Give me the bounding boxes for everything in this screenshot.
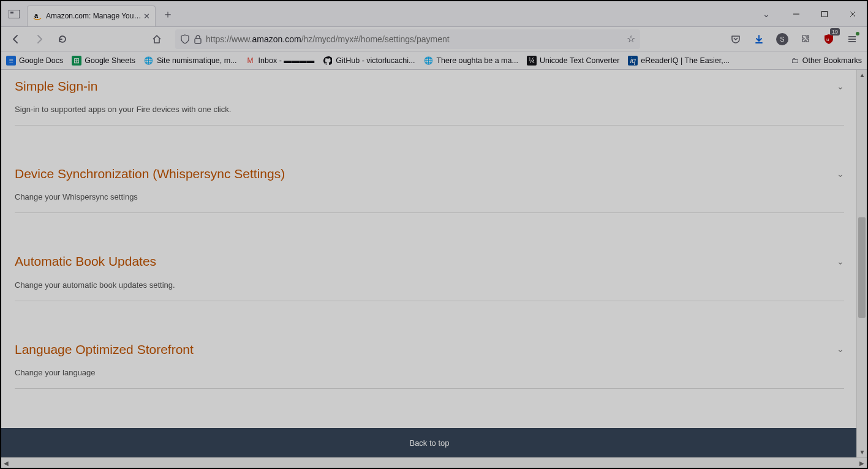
- reload-button[interactable]: [53, 29, 72, 49]
- titlebar: a Amazon.com: Manage Your Co ✕ ＋ ⌄: [1, 1, 867, 27]
- bookmark-google-docs[interactable]: ≡Google Docs: [6, 56, 63, 66]
- section-title: Device Synchronization (Whispersync Sett…: [15, 166, 285, 181]
- url-bar[interactable]: https://www.amazon.com/hz/mycd/myx#/home…: [175, 29, 640, 49]
- bookmark-label: GitHub - victorlucachi...: [336, 56, 415, 65]
- globe-icon: 🌐: [423, 56, 433, 66]
- back-to-top-button[interactable]: Back to top: [1, 428, 858, 457]
- bookmark-github[interactable]: GitHub - victorlucachi...: [323, 56, 415, 66]
- tab-title: Amazon.com: Manage Your Co: [46, 12, 143, 20]
- bookmark-google-sheets[interactable]: ⊞Google Sheets: [72, 56, 135, 66]
- svg-rect-0: [9, 10, 20, 18]
- bookmark-label: Google Sheets: [85, 56, 135, 65]
- app-menu-button[interactable]: [842, 29, 862, 49]
- back-button[interactable]: [6, 29, 26, 49]
- back-to-top-label: Back to top: [409, 438, 449, 448]
- scroll-up-button[interactable]: ▲: [857, 70, 867, 80]
- bookmark-label: eReaderIQ | The Easier,...: [641, 56, 730, 65]
- bookmark-label: Inbox - ▬▬▬▬: [259, 56, 315, 65]
- scroll-left-button[interactable]: ◀: [4, 460, 9, 467]
- bookmark-label: Unicode Text Converter: [540, 56, 619, 65]
- svg-rect-4: [822, 11, 828, 17]
- pocket-button[interactable]: [726, 29, 745, 49]
- adblock-badge: 19: [830, 28, 840, 36]
- section-header[interactable]: Language Optimized Storefront ⌄: [15, 342, 844, 357]
- svg-text:a: a: [34, 12, 39, 19]
- ereaderiq-icon: iq: [628, 56, 638, 66]
- other-bookmarks-button[interactable]: 🗀Other Bookmarks: [791, 56, 862, 65]
- chevron-down-icon: ⌄: [837, 81, 844, 91]
- svg-rect-7: [195, 39, 201, 43]
- new-tab-button[interactable]: ＋: [159, 6, 176, 23]
- url-text: https://www.amazon.com/hz/mycd/myx#/home…: [206, 34, 623, 44]
- url-prefix: https://www.: [206, 34, 252, 44]
- section-description: Sign-in to supported apps on your Fire d…: [15, 105, 844, 114]
- scroll-thumb[interactable]: [858, 217, 866, 318]
- bookmark-unicode-converter[interactable]: ¼Unicode Text Converter: [527, 56, 619, 66]
- chevron-down-icon: ⌄: [837, 169, 844, 179]
- section-book-updates: Automatic Book Updates ⌄ Change your aut…: [15, 246, 844, 301]
- section-header[interactable]: Automatic Book Updates ⌄: [15, 253, 844, 269]
- section-description: Change your Whispersync settings: [15, 192, 844, 201]
- section-title: Simple Sign-in: [15, 78, 97, 94]
- bookmark-label: Google Docs: [19, 56, 63, 65]
- section-simple-signin: Simple Sign-in ⌄ Sign-in to supported ap…: [15, 71, 844, 126]
- menu-notification-dot: [856, 32, 859, 36]
- globe-icon: 🌐: [144, 56, 154, 66]
- section-header[interactable]: Simple Sign-in ⌄: [15, 78, 844, 94]
- svg-rect-1: [10, 12, 13, 13]
- amazon-settings-page: Simple Sign-in ⌄ Sign-in to supported ap…: [1, 70, 858, 457]
- section-whispersync: Device Synchronization (Whispersync Sett…: [15, 159, 844, 213]
- page-viewport: Simple Sign-in ⌄ Sign-in to supported ap…: [1, 70, 867, 457]
- horizontal-scrollbar[interactable]: ◀ ▶: [1, 457, 867, 468]
- bookmark-ereaderiq[interactable]: iqeReaderIQ | The Easier,...: [628, 56, 730, 66]
- section-title: Automatic Book Updates: [15, 253, 156, 269]
- account-button[interactable]: S: [772, 29, 792, 49]
- browser-tab-active[interactable]: a Amazon.com: Manage Your Co ✕: [27, 6, 156, 26]
- docs-icon: ≡: [6, 56, 16, 66]
- bookmarks-bar: ≡Google Docs ⊞Google Sheets 🌐Site numism…: [1, 51, 867, 70]
- tracking-protection-icon[interactable]: [180, 34, 190, 44]
- section-language-storefront: Language Optimized Storefront ⌄ Change y…: [15, 334, 844, 389]
- section-description: Change your automatic book updates setti…: [15, 280, 844, 290]
- avatar-initial: S: [776, 33, 788, 45]
- section-description: Change your language: [15, 368, 844, 377]
- home-button[interactable]: [147, 29, 167, 49]
- section-header[interactable]: Device Synchronization (Whispersync Sett…: [15, 166, 844, 181]
- sheets-icon: ⊞: [72, 56, 81, 66]
- bookmark-gmail-inbox[interactable]: MInbox - ▬▬▬▬: [246, 56, 315, 66]
- section-title: Language Optimized Storefront: [15, 342, 194, 357]
- navbar: https://www.amazon.com/hz/mycd/myx#/home…: [1, 27, 867, 51]
- extensions-button[interactable]: [796, 29, 815, 49]
- window-maximize-button[interactable]: [810, 4, 839, 24]
- url-host: amazon.com: [252, 34, 301, 44]
- bookmark-label: There oughta be a ma...: [436, 56, 518, 65]
- other-bookmarks-label: Other Bookmarks: [802, 56, 862, 65]
- list-all-tabs-button[interactable]: ⌄: [758, 9, 775, 19]
- bookmark-label: Site numismatique, m...: [157, 56, 237, 65]
- forward-button[interactable]: [29, 29, 49, 49]
- downloads-button[interactable]: [749, 29, 769, 49]
- scroll-right-button[interactable]: ▶: [859, 460, 864, 467]
- window-close-button[interactable]: [839, 4, 867, 24]
- bookmark-star-button[interactable]: ☆: [627, 33, 635, 45]
- amazon-favicon: a: [32, 11, 42, 21]
- vertical-scrollbar[interactable]: ▲ ▼: [856, 70, 867, 457]
- chevron-down-icon: ⌄: [837, 257, 844, 266]
- bookmark-site-numismatique[interactable]: 🌐Site numismatique, m...: [144, 56, 237, 66]
- lock-icon[interactable]: [194, 34, 202, 44]
- svg-text:u: u: [826, 37, 829, 42]
- github-icon: [323, 56, 333, 66]
- adblock-button[interactable]: u 19: [819, 29, 839, 49]
- folder-icon: 🗀: [791, 56, 799, 65]
- chevron-down-icon: ⌄: [837, 344, 844, 354]
- url-path: /hz/mycd/myx#/home/settings/payment: [301, 34, 450, 44]
- gmail-icon: M: [246, 56, 255, 66]
- bookmark-there-oughta[interactable]: 🌐There oughta be a ma...: [423, 56, 518, 66]
- recent-browsing-button[interactable]: [4, 4, 24, 24]
- tab-close-button[interactable]: ✕: [143, 12, 150, 21]
- scroll-down-button[interactable]: ▼: [857, 447, 867, 457]
- window-minimize-button[interactable]: [782, 4, 810, 24]
- unicode-icon: ¼: [527, 56, 537, 66]
